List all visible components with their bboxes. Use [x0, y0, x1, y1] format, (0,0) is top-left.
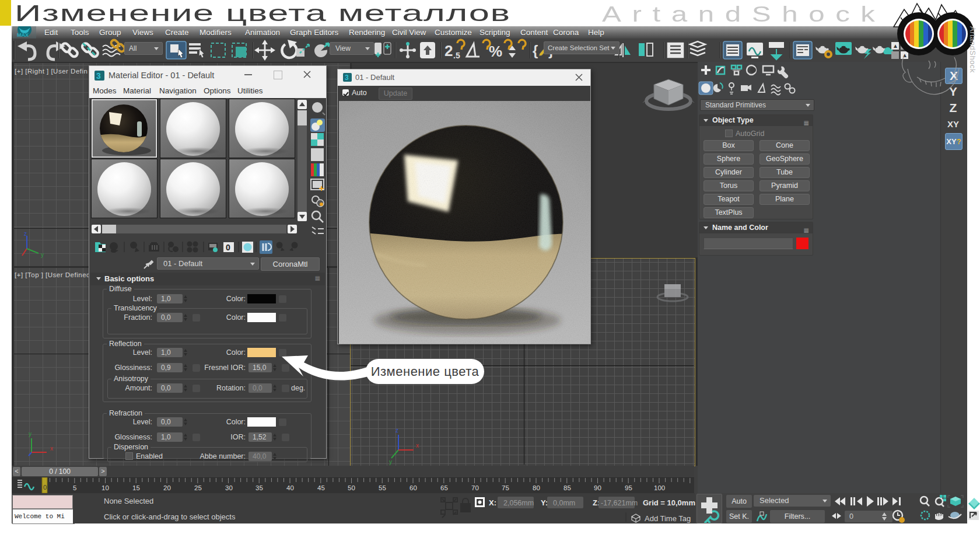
svg-text:z: z — [396, 427, 398, 434]
svg-text:{: { — [533, 43, 538, 58]
svg-text:%: % — [489, 43, 502, 60]
svg-text:y: y — [41, 252, 44, 258]
svg-text:x: x — [416, 442, 419, 449]
svg-text:Grid = 10,0mm: Grid = 10,0mm — [643, 498, 695, 507]
svg-text:-17,621mm: -17,621mm — [601, 499, 638, 507]
svg-text:y: y — [389, 459, 392, 465]
svg-text:3: 3 — [96, 71, 101, 81]
svg-text:z: z — [24, 231, 27, 237]
svg-text:y: y — [29, 431, 32, 437]
svg-text:2,056mm: 2,056mm — [503, 499, 534, 507]
svg-text:0: 0 — [226, 243, 230, 252]
svg-text:x: x — [50, 445, 53, 452]
svg-text:X:: X: — [489, 498, 496, 507]
svg-text:Y:: Y: — [541, 498, 548, 507]
svg-text:MAX: MAX — [17, 32, 29, 38]
svg-text:.5: .5 — [453, 51, 460, 60]
svg-text:2: 2 — [444, 42, 453, 60]
svg-text:Add Time Tag: Add Time Tag — [645, 514, 691, 523]
svg-text:3: 3 — [345, 74, 349, 82]
svg-text:0,0mm: 0,0mm — [553, 499, 575, 507]
